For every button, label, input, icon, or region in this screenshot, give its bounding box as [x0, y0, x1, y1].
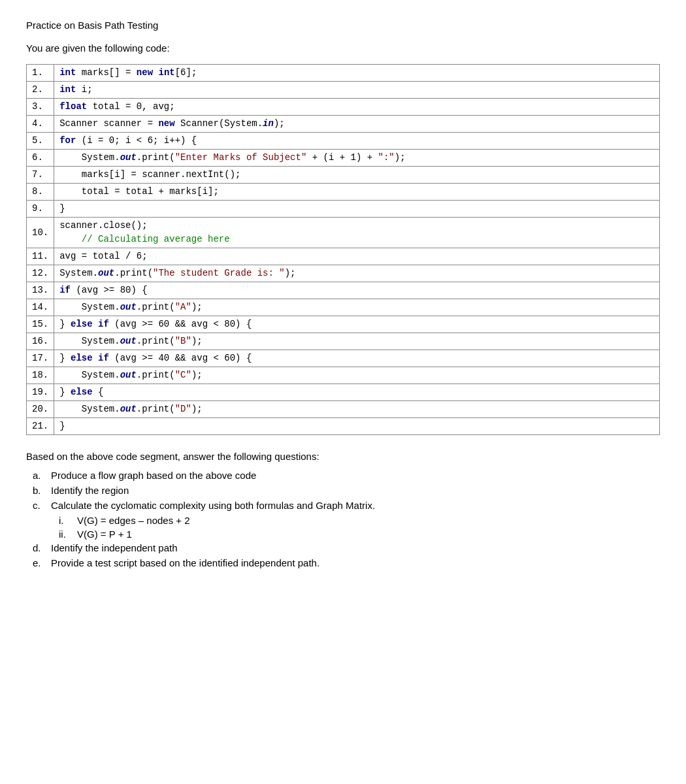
table-row: 3. float total = 0, avg;: [27, 99, 660, 116]
line-num: 1.: [27, 65, 54, 82]
list-item: i. V(G) = edges – nodes + 2: [59, 515, 660, 526]
line-num: 10.: [27, 218, 54, 248]
code-line-19: } else {: [54, 384, 660, 401]
table-row: 13. if (avg >= 80) {: [27, 282, 660, 299]
code-line-11: avg = total / 6;: [54, 248, 660, 265]
code-line-9: }: [54, 201, 660, 218]
sub-text-i: V(G) = edges – nodes + 2: [77, 515, 190, 526]
list-item: c. Calculate the cyclomatic complexity u…: [33, 500, 660, 511]
line-num: 3.: [27, 99, 54, 116]
code-line-3: float total = 0, avg;: [54, 99, 660, 116]
code-line-7: marks[i] = scanner.nextInt();: [54, 167, 660, 184]
line-num: 20.: [27, 401, 54, 418]
code-line-10: scanner.close(); // Calculating average …: [54, 218, 660, 248]
table-row: 9. }: [27, 201, 660, 218]
q-label-d: d.: [33, 542, 51, 553]
line-num: 15.: [27, 316, 54, 333]
table-row: 14. System.out.print("A");: [27, 299, 660, 316]
line-num: 7.: [27, 167, 54, 184]
intro-text: You are given the following code:: [26, 42, 660, 54]
code-line-16: System.out.print("B");: [54, 333, 660, 350]
line-num: 17.: [27, 350, 54, 367]
q-text-a: Produce a flow graph based on the above …: [51, 470, 256, 481]
sub-label-ii: ii.: [59, 529, 77, 540]
table-row: 15. } else if (avg >= 60 && avg < 80) {: [27, 316, 660, 333]
line-num: 8.: [27, 184, 54, 201]
table-row: 20. System.out.print("D");: [27, 401, 660, 418]
line-num: 9.: [27, 201, 54, 218]
line-num: 13.: [27, 282, 54, 299]
table-row: 6. System.out.print("Enter Marks of Subj…: [27, 150, 660, 167]
q-text-d: Identify the independent path: [51, 542, 178, 553]
q-text-c: Calculate the cyclomatic complexity usin…: [51, 500, 375, 511]
line-num: 11.: [27, 248, 54, 265]
table-row: 10. scanner.close(); // Calculating aver…: [27, 218, 660, 248]
line-num: 19.: [27, 384, 54, 401]
code-line-6: System.out.print("Enter Marks of Subject…: [54, 150, 660, 167]
table-row: 2. int i;: [27, 82, 660, 99]
questions-intro: Based on the above code segment, answer …: [26, 451, 660, 462]
table-row: 4. Scanner scanner = new Scanner(System.…: [27, 116, 660, 133]
code-table: 1. int marks[] = new int[6]; 2. int i; 3…: [26, 64, 660, 435]
table-row: 8. total = total + marks[i];: [27, 184, 660, 201]
line-num: 12.: [27, 265, 54, 282]
sub-text-ii: V(G) = P + 1: [77, 529, 132, 540]
line-num: 4.: [27, 116, 54, 133]
list-item: e. Provide a test script based on the id…: [33, 557, 660, 568]
line-num: 6.: [27, 150, 54, 167]
code-line-15: } else if (avg >= 60 && avg < 80) {: [54, 316, 660, 333]
code-line-5: for (i = 0; i < 6; i++) {: [54, 133, 660, 150]
code-line-1: int marks[] = new int[6];: [54, 65, 660, 82]
code-line-18: System.out.print("C");: [54, 367, 660, 384]
line-num: 2.: [27, 82, 54, 99]
q-text-b: Identify the region: [51, 485, 129, 496]
code-line-14: System.out.print("A");: [54, 299, 660, 316]
code-line-20: System.out.print("D");: [54, 401, 660, 418]
table-row: 16. System.out.print("B");: [27, 333, 660, 350]
questions-section: Based on the above code segment, answer …: [26, 451, 660, 568]
table-row: 7. marks[i] = scanner.nextInt();: [27, 167, 660, 184]
list-item: a. Produce a flow graph based on the abo…: [33, 470, 660, 481]
list-item: d. Identify the independent path: [33, 542, 660, 553]
page-title: Practice on Basis Path Testing: [26, 20, 660, 31]
sub-label-i: i.: [59, 515, 77, 526]
code-line-8: total = total + marks[i];: [54, 184, 660, 201]
line-num: 21.: [27, 418, 54, 435]
q-label-b: b.: [33, 485, 51, 496]
table-row: 18. System.out.print("C");: [27, 367, 660, 384]
table-row: 12. System.out.print("The student Grade …: [27, 265, 660, 282]
q-label-e: e.: [33, 557, 51, 568]
question-list: a. Produce a flow graph based on the abo…: [26, 470, 660, 568]
line-num: 16.: [27, 333, 54, 350]
code-line-2: int i;: [54, 82, 660, 99]
line-num: 14.: [27, 299, 54, 316]
line-num: 18.: [27, 367, 54, 384]
q-label-a: a.: [33, 470, 51, 481]
sub-list: i. V(G) = edges – nodes + 2 ii. V(G) = P…: [33, 515, 660, 540]
list-item: ii. V(G) = P + 1: [59, 529, 660, 540]
code-line-13: if (avg >= 80) {: [54, 282, 660, 299]
code-line-21: }: [54, 418, 660, 435]
q-text-e: Provide a test script based on the ident…: [51, 557, 319, 568]
list-item: b. Identify the region: [33, 485, 660, 496]
q-label-c: c.: [33, 500, 51, 511]
code-line-17: } else if (avg >= 40 && avg < 60) {: [54, 350, 660, 367]
table-row: 5. for (i = 0; i < 6; i++) {: [27, 133, 660, 150]
table-row: 11. avg = total / 6;: [27, 248, 660, 265]
table-row: 21. }: [27, 418, 660, 435]
table-row: 1. int marks[] = new int[6];: [27, 65, 660, 82]
code-line-12: System.out.print("The student Grade is: …: [54, 265, 660, 282]
code-line-4: Scanner scanner = new Scanner(System.in)…: [54, 116, 660, 133]
line-num: 5.: [27, 133, 54, 150]
table-row: 19. } else {: [27, 384, 660, 401]
table-row: 17. } else if (avg >= 40 && avg < 60) {: [27, 350, 660, 367]
